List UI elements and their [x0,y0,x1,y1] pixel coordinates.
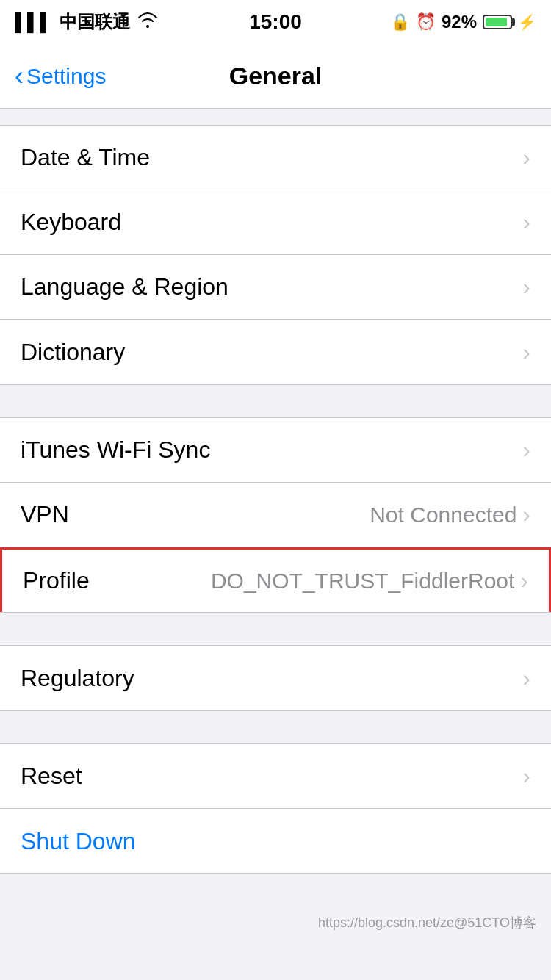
language-region-label: Language & Region [21,273,228,300]
itunes-wifi-sync-label: iTunes Wi-Fi Sync [21,436,210,464]
battery-icon [483,15,512,29]
section-group-3: Regulatory › [0,645,551,711]
date-time-right: › [522,144,530,171]
section-group-2: iTunes Wi-Fi Sync › VPN Not Connected › … [0,417,551,613]
vpn-chevron-icon: › [522,501,530,528]
shutdown-label: Shut Down [21,828,136,855]
signal-icon: ▌▌▌ [15,12,52,32]
reset-label: Reset [21,763,82,790]
carrier-label: 中国联通 [60,10,130,34]
list-item-regulatory[interactable]: Regulatory › [0,646,551,710]
spacer-1 [0,109,551,125]
language-region-right: › [522,273,530,300]
vpn-value: Not Connected [370,502,516,527]
alarm-icon: ⏰ [416,12,436,32]
nav-bar: ‹ Settings General [0,44,551,109]
reset-chevron-icon: › [522,763,530,790]
regulatory-label: Regulatory [21,665,134,692]
list-item-profile[interactable]: Profile DO_NOT_TRUST_FiddlerRoot › [0,547,551,612]
keyboard-chevron-icon: › [522,209,530,236]
spacer-2 [0,385,551,417]
regulatory-right: › [522,665,530,692]
section-group-1: Date & Time › Keyboard › Language & Regi… [0,125,551,385]
watermark: https://blog.csdn.net/ze@51CTO博客 [0,907,551,939]
section-group-4: Reset › Shut Down [0,743,551,874]
language-region-chevron-icon: › [522,273,530,300]
list-item-shutdown[interactable]: Shut Down [0,809,551,873]
list-item-dictionary[interactable]: Dictionary › [0,320,551,384]
list-item-keyboard[interactable]: Keyboard › [0,190,551,255]
regulatory-chevron-icon: › [522,665,530,692]
charging-icon: ⚡ [518,13,536,31]
profile-label: Profile [23,567,90,594]
spacer-3 [0,613,551,645]
wifi-icon [137,12,158,32]
page-title: General [229,62,323,90]
back-chevron-icon: ‹ [15,61,24,92]
date-time-chevron-icon: › [522,144,530,171]
list-item-itunes-wifi-sync[interactable]: iTunes Wi-Fi Sync › [0,418,551,483]
list-item-vpn[interactable]: VPN Not Connected › [0,483,551,547]
status-left: ▌▌▌ 中国联通 [15,10,158,34]
dictionary-label: Dictionary [21,339,125,366]
profile-right: DO_NOT_TRUST_FiddlerRoot › [211,567,528,594]
dictionary-chevron-icon: › [522,339,530,366]
list-item-language-region[interactable]: Language & Region › [0,255,551,320]
battery-percent: 92% [442,12,477,32]
back-label: Settings [26,64,106,89]
itunes-wifi-sync-right: › [522,436,530,464]
status-bar: ▌▌▌ 中国联通 15:00 🔒 ⏰ 92% ⚡ [0,0,551,44]
profile-chevron-icon: › [520,567,528,594]
status-time: 15:00 [249,10,302,34]
profile-value: DO_NOT_TRUST_FiddlerRoot [211,569,514,594]
spacer-4 [0,711,551,743]
keyboard-label: Keyboard [21,209,121,236]
reset-right: › [522,763,530,790]
lock-icon: 🔒 [390,12,410,32]
list-item-reset[interactable]: Reset › [0,744,551,809]
itunes-wifi-sync-chevron-icon: › [522,436,530,464]
status-right: 🔒 ⏰ 92% ⚡ [390,12,536,32]
list-item-date-time[interactable]: Date & Time › [0,126,551,190]
vpn-right: Not Connected › [370,501,530,528]
watermark-text: https://blog.csdn.net/ze@51CTO博客 [318,915,536,930]
back-button[interactable]: ‹ Settings [15,61,106,92]
dictionary-right: › [522,339,530,366]
keyboard-right: › [522,209,530,236]
date-time-label: Date & Time [21,144,150,171]
vpn-label: VPN [21,501,69,528]
spacer-5 [0,874,551,907]
